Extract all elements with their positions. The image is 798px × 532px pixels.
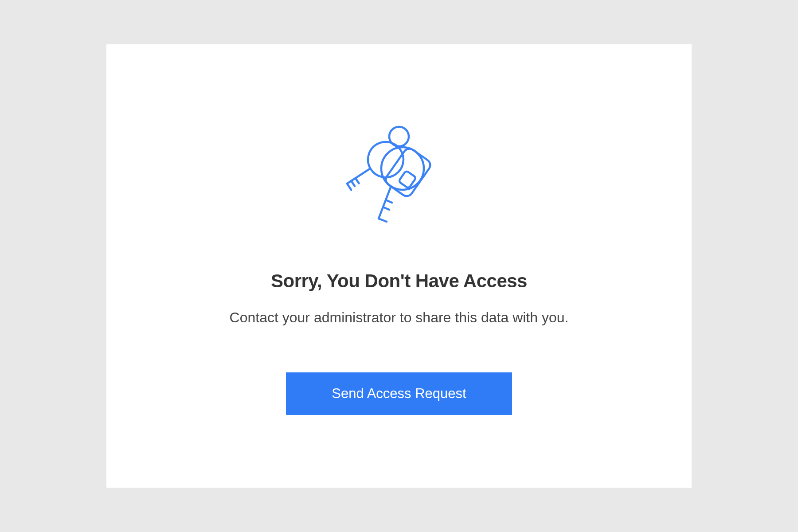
access-denied-heading: Sorry, You Don't Have Access (271, 270, 527, 292)
access-denied-subheading: Contact your administrator to share this… (230, 309, 569, 326)
access-denied-card: Sorry, You Don't Have Access Contact you… (106, 44, 692, 488)
keys-icon (337, 122, 461, 233)
svg-point-3 (365, 139, 407, 181)
send-access-request-button[interactable]: Send Access Request (286, 372, 512, 415)
